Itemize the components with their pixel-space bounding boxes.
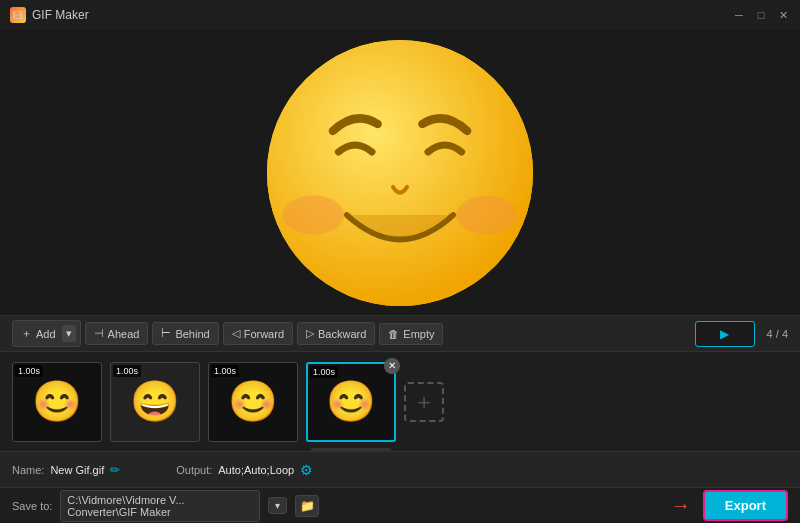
gear-icon[interactable]: ⚙: [300, 462, 313, 478]
play-button[interactable]: ▶: [695, 321, 755, 347]
frame-2[interactable]: 1.00s 😄: [110, 362, 200, 442]
name-label: Name:: [12, 464, 44, 476]
export-button[interactable]: Export: [703, 490, 788, 521]
output-value: Auto;Auto;Loop: [218, 464, 294, 476]
add-frame-button[interactable]: ＋: [404, 382, 444, 422]
backward-icon: ▷: [306, 327, 314, 340]
behind-button[interactable]: ⊢ Behind: [152, 322, 218, 345]
save-path[interactable]: C:\Vidmore\Vidmore V... Converter\GIF Ma…: [60, 490, 260, 522]
frame-1-duration: 1.00s: [15, 365, 43, 377]
save-dropdown[interactable]: ▾: [268, 497, 287, 514]
forward-label: Forward: [244, 328, 284, 340]
ahead-icon: ⊣: [94, 327, 104, 340]
backward-button[interactable]: ▷ Backward: [297, 322, 375, 345]
edit-icon[interactable]: ✏: [110, 463, 120, 477]
svg-point-2: [282, 195, 344, 234]
backward-label: Backward: [318, 328, 366, 340]
add-label: Add: [36, 328, 56, 340]
frame-4-close[interactable]: ✕: [384, 358, 400, 374]
play-icon: ▶: [720, 327, 729, 341]
name-field: Name: New Gif.gif ✏: [12, 463, 120, 477]
svg-point-3: [456, 195, 518, 234]
output-label: Output:: [176, 464, 212, 476]
frame-3-duration: 1.00s: [211, 365, 239, 377]
timeline: 1.00s 😊 1.00s 😄 1.00s 😊 1.00s ✕ 😊 Change…: [0, 351, 800, 451]
app-title: GIF Maker: [32, 8, 732, 22]
title-bar: 🎞 GIF Maker ─ □ ✕: [0, 0, 800, 30]
maximize-button[interactable]: □: [754, 8, 768, 22]
minimize-button[interactable]: ─: [732, 8, 746, 22]
close-button[interactable]: ✕: [776, 8, 790, 22]
plus-icon: ＋: [21, 326, 32, 341]
app-icon: 🎞: [10, 7, 26, 23]
empty-label: Empty: [403, 328, 434, 340]
behind-label: Behind: [175, 328, 209, 340]
frame-2-duration: 1.00s: [113, 365, 141, 377]
add-dropdown-arrow[interactable]: ▾: [62, 325, 76, 342]
preview-area: [0, 30, 800, 315]
frame-count: 4 / 4: [767, 328, 788, 340]
preview-content: [190, 35, 610, 310]
frame-3[interactable]: 1.00s 😊: [208, 362, 298, 442]
arrow-indicator: →: [671, 494, 691, 517]
window-controls: ─ □ ✕: [732, 8, 790, 22]
forward-button[interactable]: ◁ Forward: [223, 322, 293, 345]
behind-icon: ⊢: [161, 327, 171, 340]
output-field: Output: Auto;Auto;Loop ⚙: [176, 462, 313, 478]
forward-icon: ◁: [232, 327, 240, 340]
bottom-bar: Name: New Gif.gif ✏ Output: Auto;Auto;Lo…: [0, 451, 800, 487]
folder-icon[interactable]: 📁: [295, 495, 319, 517]
ahead-button[interactable]: ⊣ Ahead: [85, 322, 149, 345]
save-bar: Save to: C:\Vidmore\Vidmore V... Convert…: [0, 487, 800, 523]
svg-point-1: [267, 40, 533, 306]
empty-button[interactable]: 🗑 Empty: [379, 323, 443, 345]
add-button[interactable]: ＋ Add ▾: [12, 320, 81, 347]
frame-4[interactable]: 1.00s ✕ 😊 Change Duration: [306, 362, 396, 442]
name-value: New Gif.gif: [50, 464, 104, 476]
frame-1[interactable]: 1.00s 😊: [12, 362, 102, 442]
trash-icon: 🗑: [388, 328, 399, 340]
frame-4-duration: 1.00s: [310, 366, 338, 378]
ahead-label: Ahead: [108, 328, 140, 340]
toolbar: ＋ Add ▾ ⊣ Ahead ⊢ Behind ◁ Forward ▷ Bac…: [0, 315, 800, 351]
save-label: Save to:: [12, 500, 52, 512]
